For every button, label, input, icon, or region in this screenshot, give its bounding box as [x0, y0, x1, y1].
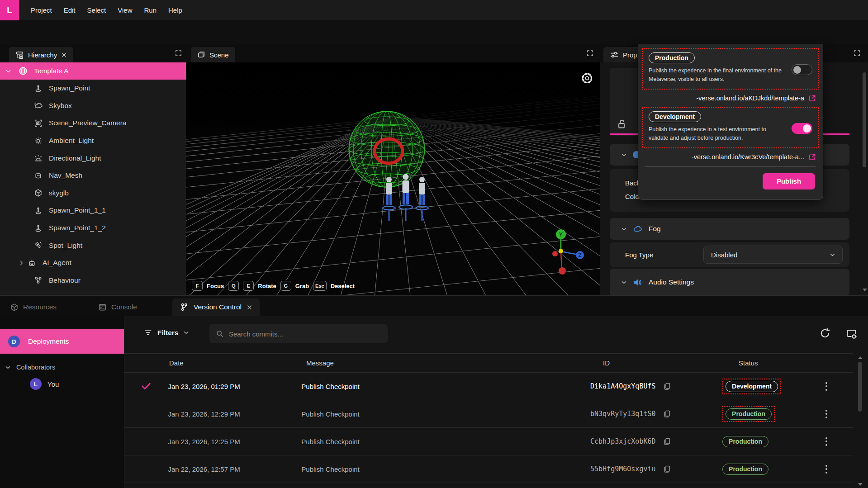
filter-icon [144, 328, 152, 337]
tab-console[interactable]: Console [91, 298, 144, 316]
commit-message: Publish Checkpoint [301, 410, 590, 418]
menu-view[interactable]: View [118, 6, 132, 14]
hierarchy-item[interactable]: Behaviour [0, 272, 186, 289]
commit-row[interactable]: Jan 23, 2026, 12:25 PM Publish Checkpoin… [124, 428, 853, 455]
row-menu-button[interactable] [824, 380, 829, 393]
production-toggle[interactable] [792, 64, 812, 75]
commit-message: Publish Checkpoint [301, 383, 590, 390]
section-header-fog[interactable]: Fog [610, 218, 849, 240]
filters-button[interactable]: Filters [144, 328, 189, 337]
mesh-cube-icon [34, 189, 43, 197]
sidebar-item-you[interactable]: L You [0, 378, 124, 390]
chevron-right-icon[interactable] [20, 261, 23, 265]
tab-version-control[interactable]: Version Control [172, 298, 260, 316]
key-q: Q [228, 281, 239, 291]
menu-help[interactable]: Help [168, 6, 182, 14]
menu-edit[interactable]: Edit [64, 6, 76, 14]
publish-button[interactable]: Publish [763, 173, 815, 190]
close-icon[interactable] [247, 304, 252, 310]
app-logo[interactable]: L [0, 0, 19, 20]
hierarchy-item[interactable]: Spot_Light [0, 237, 186, 254]
hierarchy-item[interactable]: Skybox [0, 97, 186, 115]
key-e: E [243, 281, 254, 291]
viewport-settings-gear-icon[interactable] [582, 73, 592, 83]
hierarchy-root-row[interactable]: Template A [0, 62, 186, 80]
chevron-down-icon[interactable] [6, 70, 11, 73]
chevron-down-icon [621, 227, 626, 231]
nav-mesh-icon [34, 171, 43, 180]
external-link-icon[interactable] [808, 153, 816, 161]
header-date[interactable]: Date [169, 359, 306, 367]
production-description: Publish the experience in the final envi… [649, 66, 784, 84]
header-id[interactable]: ID [603, 359, 739, 367]
properties-scrollbar[interactable] [862, 66, 867, 292]
section-header-audio[interactable]: Audio Settings [610, 269, 849, 295]
copy-icon[interactable] [663, 410, 671, 418]
hierarchy-item[interactable]: Nav_Mesh [0, 167, 186, 185]
copy-icon[interactable] [663, 465, 671, 473]
hierarchy-item[interactable]: Scene_Preview_Camera [0, 114, 186, 132]
row-menu-button[interactable] [824, 436, 829, 448]
hierarchy-item[interactable]: Spawn_Point_1_1 [0, 202, 186, 219]
search-commits-input[interactable] [229, 330, 365, 338]
fog-type-select[interactable]: Disabled [703, 246, 843, 264]
branch-icon [180, 303, 189, 312]
menu-select[interactable]: Select [87, 6, 106, 14]
tab-hierarchy[interactable]: Hierarchy [9, 47, 73, 62]
hierarchy-item[interactable]: Ambient_Light [0, 132, 186, 150]
scene-viewport[interactable]: Y Z F Focus Q E Rotate G Grab Esc Desele… [186, 62, 600, 295]
production-url[interactable]: -verse.onland.io/aKDJkdd/template-a [696, 95, 804, 102]
expand-panel-icon[interactable] [175, 49, 182, 57]
development-toggle[interactable] [792, 123, 812, 134]
tab-resources[interactable]: Resources [3, 298, 64, 316]
development-url[interactable]: -verse.onland.io/Kwr3cVe/template-a... [692, 153, 804, 161]
fog-section-title: Fog [649, 225, 661, 233]
sidebar-item-collaborators[interactable]: Collaborators [0, 364, 124, 371]
status-badge: Development [726, 381, 778, 392]
spot-light-icon [34, 241, 43, 250]
header-status[interactable]: Status [739, 359, 843, 367]
menu-bar: L Project Edit Select View Run Help [0, 0, 868, 20]
row-menu-button[interactable] [824, 463, 829, 475]
sidebar-item-deployments[interactable]: D Deployments [0, 329, 124, 354]
close-icon[interactable] [61, 52, 67, 58]
audio-section-title: Audio Settings [649, 278, 694, 286]
production-url-row: -verse.onland.io/aKDJkdd/template-a [642, 90, 819, 107]
development-description: Publish the experience in a test environ… [649, 125, 784, 143]
deployment-settings-icon[interactable] [846, 328, 857, 340]
menu-project[interactable]: Project [31, 6, 52, 14]
menu-run[interactable]: Run [144, 6, 157, 14]
you-avatar: L [30, 378, 42, 390]
expand-panel-icon[interactable] [853, 49, 861, 57]
expand-panel-icon[interactable] [586, 49, 594, 57]
hierarchy-item[interactable]: Spawn_Point [0, 80, 186, 97]
hierarchy-item[interactable]: Spawn_Point_1_2 [0, 219, 186, 237]
version-control-main: Filters Date Message ID Status Jan 23, 2… [124, 316, 868, 488]
camera-icon [34, 119, 43, 128]
tab-hierarchy-label: Hierarchy [28, 51, 57, 59]
header-message[interactable]: Message [306, 359, 603, 367]
hierarchy-item[interactable]: Directional_Light [0, 149, 186, 167]
fog-type-row: Fog Type Disabled [610, 242, 849, 267]
table-scrollbar[interactable] [857, 355, 863, 487]
fog-type-value: Disabled [711, 251, 737, 259]
publish-popover: Production Publish the experience in the… [638, 44, 823, 200]
spawn-point-icon [34, 84, 43, 93]
copy-icon[interactable] [663, 382, 671, 390]
external-link-icon[interactable] [808, 95, 816, 102]
key-esc: Esc [313, 281, 327, 291]
commit-row[interactable]: Jan 22, 2026, 12:57 PM Publish Checkpoin… [124, 455, 853, 483]
commit-row[interactable]: Jan 23, 2026, 01:29 PM Publish Checkpoin… [124, 373, 853, 400]
copy-icon[interactable] [663, 437, 671, 445]
hierarchy-item[interactable]: skyglb [0, 185, 186, 202]
tab-scene[interactable]: Scene [191, 47, 235, 62]
robot-icon [28, 259, 36, 267]
refresh-icon[interactable] [819, 327, 831, 339]
unlock-icon[interactable] [616, 118, 627, 129]
chevron-down-icon [830, 253, 835, 256]
scene-icon [197, 51, 205, 59]
audio-icon [633, 278, 642, 287]
hierarchy-item[interactable]: AI_Agent [0, 254, 186, 272]
row-menu-button[interactable] [824, 408, 829, 420]
commit-row[interactable]: Jan 23, 2026, 12:29 PM Publish Checkpoin… [124, 400, 853, 428]
